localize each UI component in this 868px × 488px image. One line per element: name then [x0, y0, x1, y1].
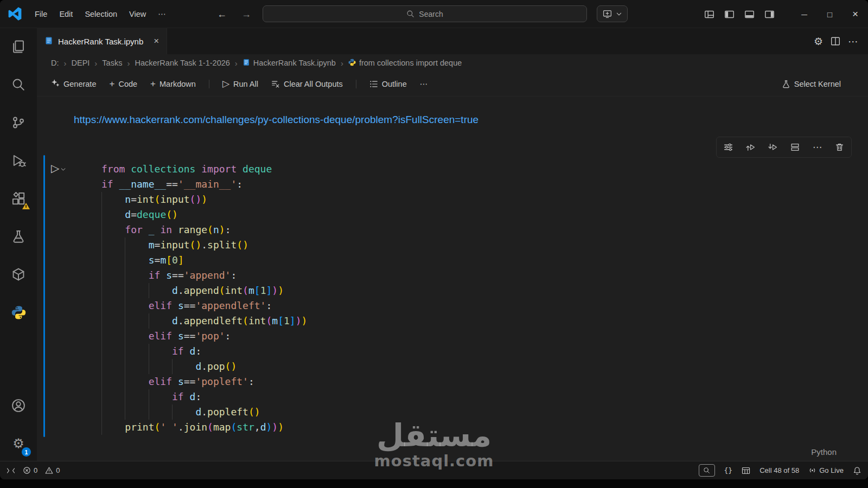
notifications-bell-icon[interactable] [853, 466, 861, 475]
code-line[interactable]: elif s=='appendleft': [101, 298, 868, 313]
markdown-link[interactable]: https://www.hackerrank.com/challenges/py… [74, 114, 478, 125]
close-button[interactable]: × [843, 0, 868, 28]
menu-file[interactable]: File [29, 7, 53, 22]
markdown-cell[interactable]: https://www.hackerrank.com/challenges/py… [74, 114, 868, 126]
breadcrumb-item[interactable]: HackerRank Task 1-1-2026 [135, 59, 229, 67]
code-line[interactable]: if __name__=='__main__': [101, 177, 868, 192]
search-sidebar-icon[interactable] [5, 72, 31, 98]
breadcrumb-item[interactable]: Tasks [102, 59, 122, 67]
breadcrumb-item-symbol[interactable]: from collections import deque [348, 59, 462, 68]
code-line[interactable]: if d: [101, 344, 868, 359]
code-line[interactable]: for _ in range(n): [101, 222, 868, 237]
source-control-icon[interactable] [5, 110, 31, 136]
toggle-secondary-sidebar-icon[interactable] [764, 9, 775, 20]
run-below-button[interactable] [768, 143, 777, 152]
python-extension-icon[interactable] [5, 299, 31, 325]
code-area[interactable]: from collections import dequeif __name__… [101, 162, 868, 435]
add-code-label: Code [118, 80, 137, 88]
run-cell-button[interactable]: ▷ [51, 163, 101, 174]
code-line[interactable]: s=m[0] [101, 253, 868, 268]
warnings-indicator[interactable]: 0 [45, 466, 60, 474]
search-box[interactable]: Search [263, 5, 587, 22]
testing-icon[interactable] [5, 223, 31, 249]
indent-guide [101, 298, 125, 313]
breadcrumb-item[interactable]: D: [51, 59, 59, 67]
split-cell-button[interactable] [790, 143, 800, 152]
code-line[interactable]: d.popleft() [101, 404, 868, 420]
cell-position-indicator[interactable]: Cell 48 of 58 [760, 466, 799, 474]
code-line[interactable]: m=input().split() [101, 237, 868, 253]
run-all-button[interactable]: ▷ Run All [222, 78, 258, 89]
toolbar-more-icon[interactable]: ⋯ [420, 80, 428, 88]
statusbar-left: 0 0 [7, 466, 60, 475]
plus-icon: + [150, 79, 156, 89]
indent-guide [101, 329, 125, 344]
customize-layout-icon[interactable] [704, 9, 714, 20]
breadcrumb-item[interactable]: DEPI [72, 59, 90, 67]
code-line[interactable]: print(' '.join(map(str,d))) [101, 420, 868, 435]
cell-more-actions-button[interactable]: ⋯ [813, 142, 822, 153]
menu-edit[interactable]: Edit [53, 7, 79, 22]
play-icon: ▷ [222, 78, 229, 89]
menu-view[interactable]: View [123, 7, 152, 22]
table-viewer-icon[interactable] [742, 466, 750, 475]
code-line[interactable]: d=deque() [101, 207, 868, 222]
code-line[interactable]: n=int(input()) [101, 192, 868, 207]
remote-indicator-icon[interactable] [7, 466, 15, 475]
toggle-sidebar-icon[interactable] [724, 9, 735, 20]
toggle-panel-icon[interactable] [744, 9, 755, 20]
breadcrumb-item-file[interactable]: HackerRank Task.ipynb [242, 59, 336, 68]
code-line[interactable]: elif s=='pop': [101, 329, 868, 344]
tab-hackerrank-task[interactable]: HackerRank Task.ipynb × [37, 28, 167, 54]
menu-more[interactable]: ⋯ [152, 7, 172, 22]
extensions-icon[interactable] [5, 185, 31, 211]
back-button[interactable]: ← [217, 9, 227, 20]
errors-indicator[interactable]: 0 [23, 466, 37, 474]
toolbar-separator [209, 80, 209, 88]
explorer-icon[interactable] [5, 34, 31, 60]
run-debug-icon[interactable] [5, 147, 31, 174]
body-row: ⚙ 1 HackerRank Task.ipynb × ⚙ [0, 28, 868, 461]
delete-cell-button[interactable] [835, 143, 844, 152]
code-cell[interactable]: ▷ from collections import dequeif __name… [43, 154, 868, 438]
editor-settings-gear-icon[interactable]: ⚙ [814, 35, 823, 48]
tab-close-icon[interactable]: × [154, 36, 159, 47]
code-line[interactable]: d.appendleft(int(m[1])) [101, 313, 868, 329]
cell-settings-button[interactable] [724, 143, 733, 152]
code-line[interactable]: from collections import deque [101, 162, 868, 177]
new-window-button[interactable] [597, 5, 628, 22]
clear-all-outputs-button[interactable]: Clear All Outputs [271, 80, 343, 88]
code-line[interactable]: d.append(int(m[1])) [101, 283, 868, 298]
forward-button[interactable]: → [241, 9, 251, 20]
indent-guide [149, 404, 172, 420]
zoom-button[interactable] [699, 464, 715, 477]
indent-guide [101, 359, 125, 374]
accounts-icon[interactable] [5, 393, 31, 419]
indent-guide [101, 344, 125, 359]
settings-gear-icon[interactable]: ⚙ 1 [5, 431, 31, 457]
notebook-file-icon [44, 36, 53, 47]
code-line[interactable]: if s=='append': [101, 268, 868, 283]
split-editor-icon[interactable] [831, 36, 840, 46]
vscode-logo-icon [8, 7, 22, 21]
add-markdown-button[interactable]: + Markdown [150, 79, 196, 89]
code-lines: from collections import dequeif __name__… [101, 162, 868, 435]
code-line[interactable]: d.pop() [101, 359, 868, 374]
go-live-button[interactable]: Go Live [808, 466, 844, 474]
indent-guide [149, 389, 172, 404]
cell-language-picker[interactable]: Python [811, 447, 837, 457]
code-line[interactable]: if d: [101, 389, 868, 404]
containers-icon[interactable] [5, 261, 31, 287]
add-code-button[interactable]: + Code [109, 79, 137, 89]
braces-indicator[interactable]: {} [724, 466, 733, 474]
run-above-button[interactable] [746, 143, 755, 152]
outline-button[interactable]: Outline [369, 80, 407, 88]
code-line[interactable]: elif s=='popleft': [101, 374, 868, 389]
menu-selection[interactable]: Selection [79, 7, 123, 22]
monitor-plus-icon [603, 9, 612, 18]
select-kernel-button[interactable]: Select Kernel [782, 80, 854, 88]
generate-button[interactable]: Generate [51, 79, 96, 89]
minimize-button[interactable]: ─ [792, 0, 817, 28]
editor-more-actions-icon[interactable]: ⋯ [848, 35, 858, 48]
maximize-button[interactable]: □ [817, 0, 843, 28]
